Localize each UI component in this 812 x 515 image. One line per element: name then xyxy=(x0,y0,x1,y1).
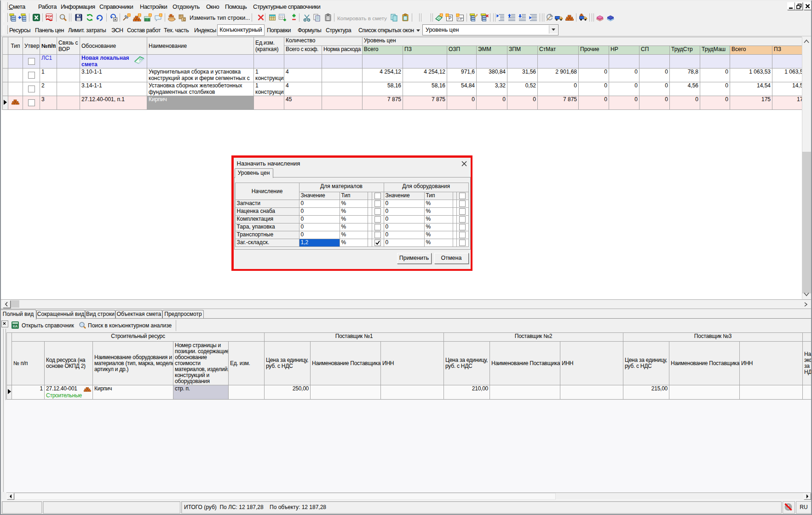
svg-text:КА: КА xyxy=(13,324,18,328)
svg-text:ПР: ПР xyxy=(458,17,463,21)
svg-text:P: P xyxy=(449,16,452,21)
svg-text:PDF: PDF xyxy=(46,15,53,18)
